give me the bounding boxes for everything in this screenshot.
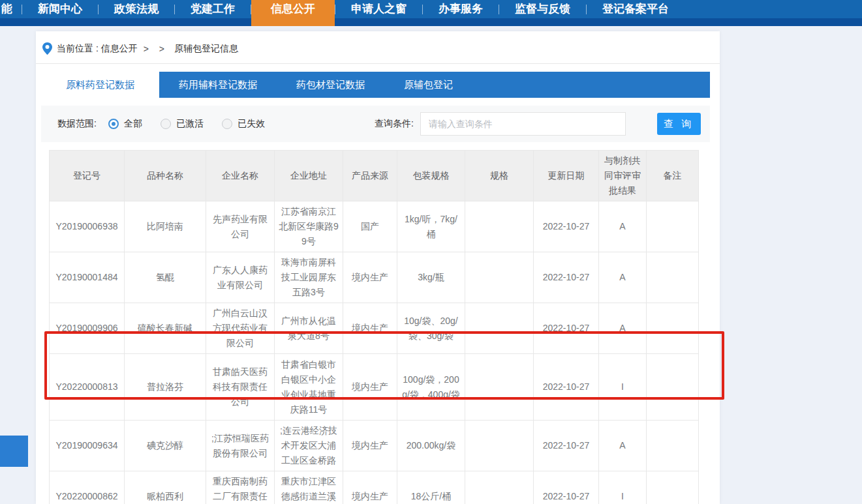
nav-item-3[interactable]: 党建工作 <box>175 0 251 18</box>
column-header-9: 备注 <box>647 151 699 201</box>
column-header-7: 更新日期 <box>534 151 599 201</box>
nav-item-7[interactable]: 监督与反馈 <box>499 0 586 18</box>
cell-r4-c5: 200.00kg/袋 <box>397 421 465 471</box>
query-label: 查询条件: <box>375 118 414 130</box>
cell-r0-c0: Y20190006938 <box>50 201 125 252</box>
table-row[interactable]: Y20190001484氢醌广东人人康药业有限公司珠海市南屏科技工业园屏东五路3… <box>50 252 699 303</box>
cell-r4-c9 <box>647 421 699 471</box>
tab-2[interactable]: 药包材登记数据 <box>277 72 384 98</box>
scope-radio-label: 全部 <box>124 118 142 130</box>
nav-item-8[interactable]: 登记备案平台 <box>587 0 685 18</box>
cell-r1-c0: Y20190001484 <box>50 252 125 303</box>
cell-r4-c0: Y20190009634 <box>50 421 125 471</box>
cell-r1-c6 <box>465 252 534 303</box>
tab-0[interactable]: 原料药登记数据 <box>41 72 159 98</box>
cell-r3-c5: 100g/袋，200g/袋，400g/袋 <box>397 354 465 421</box>
cell-r5-c8: I <box>599 471 647 504</box>
cell-r1-c4: 境内生产 <box>343 252 397 303</box>
cell-r0-c9 <box>647 201 699 252</box>
cell-r0-c1: 比阿培南 <box>125 201 206 252</box>
nav-item-0[interactable]: 能 <box>0 0 22 18</box>
cell-r5-c4: 境内生产 <box>343 471 397 504</box>
cell-r5-c9 <box>647 471 699 504</box>
table-row-highlighted[interactable]: Y20220000813普拉洛芬甘肃皓天医药科技有限责任公司甘肃省白银市白银区中… <box>50 354 699 421</box>
table-body: Y20190006938比阿培南先声药业有限公司江苏省南京江北新区华康路99号国… <box>50 201 699 504</box>
cell-r5-c5: 18公斤/桶 <box>397 471 465 504</box>
nav-item-1[interactable]: 新闻中心 <box>22 0 98 18</box>
search-button[interactable]: 查 询 <box>657 113 701 135</box>
nav-item-5[interactable]: 申请人之窗 <box>335 0 422 18</box>
cell-r5-c2: 重庆西南制药二厂有限责任公司 <box>206 471 275 504</box>
cell-r5-c1: 哌柏西利 <box>125 471 206 504</box>
scope-label: 数据范围: <box>57 118 97 130</box>
location-pin-icon <box>42 42 52 55</box>
column-header-2: 企业名称 <box>206 151 275 201</box>
nav-item-4[interactable]: 信息公开 <box>251 0 335 26</box>
cell-r0-c5: 1kg/听，7kg/桶 <box>397 201 465 252</box>
table-row[interactable]: Y20220000862哌柏西利重庆西南制药二厂有限责任公司重庆市江津区德感街道… <box>50 471 699 504</box>
scope-radio-0[interactable]: 全部 <box>108 118 142 130</box>
table-header: 登记号品种名称企业名称企业地址产品来源包装规格规格更新日期与制剂共同审评审批结果… <box>50 151 699 201</box>
breadcrumb-separator: > > <box>144 44 168 54</box>
column-header-6: 规格 <box>465 151 534 201</box>
cell-r1-c5: 3kg/瓶 <box>397 252 465 303</box>
scope-radio-1[interactable]: 已激活 <box>161 118 204 130</box>
cell-r1-c7: 2022-10-27 <box>534 252 599 303</box>
cell-r2-c9 <box>647 303 699 354</box>
content-card: 当前位置 : 信息公开 > > 原辅包登记信息 原料药登记数据药用辅料登记数据药… <box>36 31 720 504</box>
cell-r2-c6 <box>465 303 534 354</box>
cell-r5-c3: 重庆市江津区德感街道兰溪路555号 <box>275 471 343 504</box>
cell-r0-c3: 江苏省南京江北新区华康路99号 <box>275 201 343 252</box>
cell-r0-c7: 2022-10-27 <box>534 201 599 252</box>
scope-radio-2[interactable]: 已失效 <box>222 118 265 130</box>
cell-r2-c7: 2022-10-27 <box>534 303 599 354</box>
cell-r3-c8: I <box>599 354 647 421</box>
tab-bar: 原料药登记数据药用辅料登记数据药包材登记数据原辅包登记 <box>41 72 710 98</box>
cell-r4-c4: 境内生产 <box>343 421 397 471</box>
table-row[interactable]: Y20190009906硫酸长春新碱广州白云山汉方现代药业有限公司广州市从化温泉… <box>50 303 699 354</box>
radio-dot-icon <box>161 119 171 129</box>
scope-radio-label: 已激活 <box>176 118 204 130</box>
registration-data-table: 登记号品种名称企业名称企业地址产品来源包装规格规格更新日期与制剂共同审评审批结果… <box>49 150 699 504</box>
cell-r1-c8: A <box>599 252 647 303</box>
query-input[interactable] <box>420 112 626 136</box>
cell-r4-c1: 碘克沙醇 <box>125 421 206 471</box>
cell-r2-c1: 硫酸长春新碱 <box>125 303 206 354</box>
cell-r4-c2: ;江苏恒瑞医药股份有限公司 <box>206 421 275 471</box>
breadcrumb-current-page: 原辅包登记信息 <box>174 43 238 55</box>
filter-bar: 数据范围: 全部已激活已失效 查询条件: 查 询 <box>41 106 710 142</box>
cell-r5-c6 <box>465 471 534 504</box>
cell-r3-c0: Y20220000813 <box>50 354 125 421</box>
cell-r0-c6 <box>465 201 534 252</box>
radio-dot-icon <box>222 119 232 129</box>
left-floating-widget[interactable] <box>0 436 28 467</box>
tab-1[interactable]: 药用辅料登记数据 <box>159 72 277 98</box>
column-header-5: 包装规格 <box>397 151 465 201</box>
nav-item-2[interactable]: 政策法规 <box>99 0 174 18</box>
cell-r0-c8: A <box>599 201 647 252</box>
cell-r4-c6 <box>465 421 534 471</box>
tab-3[interactable]: 原辅包登记 <box>384 72 472 98</box>
cell-r4-c7: 2022-10-27 <box>534 421 599 471</box>
cell-r3-c3: 甘肃省白银市白银区中小企业创业基地重庆路11号 <box>275 354 343 421</box>
column-header-8: 与制剂共同审评审批结果 <box>599 151 647 201</box>
cell-r3-c6 <box>465 354 534 421</box>
cell-r2-c4: 境内生产 <box>343 303 397 354</box>
column-header-1: 品种名称 <box>125 151 206 201</box>
cell-r2-c5: 10g/袋、20g/袋、30g/袋 <box>397 303 465 354</box>
cell-r3-c9 <box>647 354 699 421</box>
cell-r2-c8: A <box>599 303 647 354</box>
nav-item-6[interactable]: 办事服务 <box>423 0 499 18</box>
table-row[interactable]: Y20190006938比阿培南先声药业有限公司江苏省南京江北新区华康路99号国… <box>50 201 699 252</box>
breadcrumb-location: 当前位置 : 信息公开 <box>57 43 138 55</box>
table-row[interactable]: Y20190009634碘克沙醇;江苏恒瑞医药股份有限公司;连云港经济技术开发区… <box>50 421 699 471</box>
cell-r5-c0: Y20220000862 <box>50 471 125 504</box>
top-nav-items: 能新闻中心政策法规党建工作信息公开申请人之窗办事服务监督与反馈登记备案平台 <box>0 0 862 26</box>
cell-r3-c7: 2022-10-27 <box>534 354 599 421</box>
cell-r4-c8: A <box>599 421 647 471</box>
top-navbar: 能新闻中心政策法规党建工作信息公开申请人之窗办事服务监督与反馈登记备案平台 <box>0 0 862 26</box>
breadcrumb: 当前位置 : 信息公开 > > 原辅包登记信息 <box>36 31 720 64</box>
cell-r1-c2: 广东人人康药业有限公司 <box>206 252 275 303</box>
cell-r2-c2: 广州白云山汉方现代药业有限公司 <box>206 303 275 354</box>
cell-r3-c4: 境内生产 <box>343 354 397 421</box>
